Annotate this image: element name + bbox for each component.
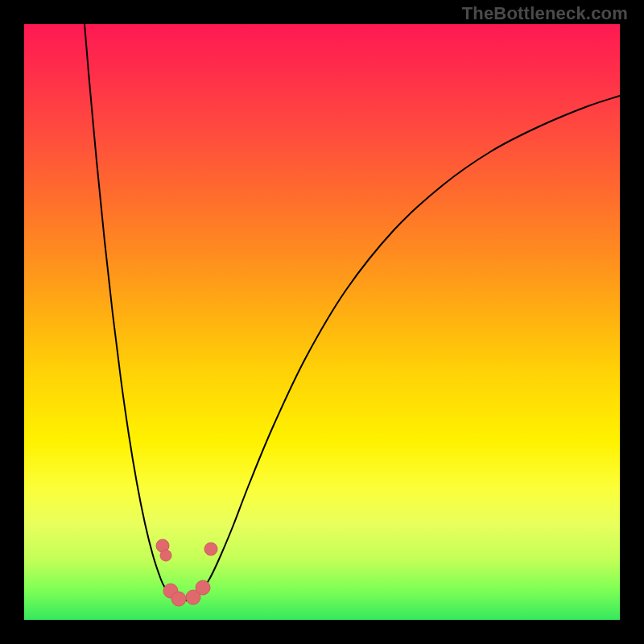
- marker-bottom-r2: [196, 580, 210, 595]
- bottleneck-curve-path: [85, 24, 620, 601]
- marker-cluster-left2: [160, 550, 171, 561]
- watermark-text: TheBottleneck.com: [462, 3, 628, 24]
- chart-canvas: TheBottleneck.com: [0, 0, 644, 644]
- marker-cluster-left: [156, 539, 169, 552]
- marker-bottom-r1: [186, 590, 200, 605]
- marker-bottom-l2: [171, 592, 186, 606]
- marker-right-upper: [204, 543, 217, 555]
- marker-group: [156, 539, 217, 606]
- marker-bottom-l1: [163, 584, 178, 598]
- plot-area: [24, 24, 620, 620]
- curve-overlay: [24, 24, 620, 620]
